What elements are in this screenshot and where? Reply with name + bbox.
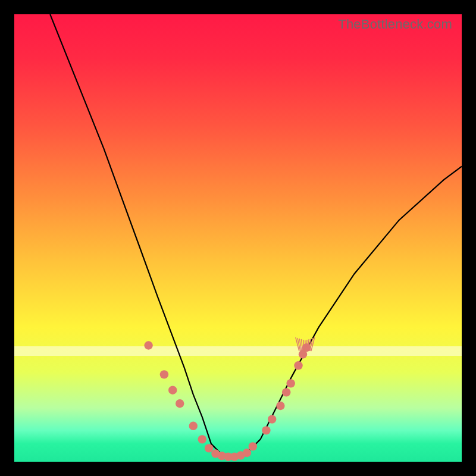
marker-dot	[160, 370, 168, 378]
marker-dot	[198, 435, 206, 443]
bottleneck-curve	[50, 14, 462, 458]
plot-area: TheBottleneck.com	[14, 14, 462, 462]
marker-dots	[144, 341, 311, 461]
chart-frame: TheBottleneck.com	[0, 0, 476, 476]
chart-canvas	[14, 14, 462, 462]
watermark-text: TheBottleneck.com	[338, 17, 452, 32]
marker-dot	[249, 442, 257, 450]
marker-dot	[243, 449, 251, 457]
marker-dot	[176, 399, 184, 408]
marker-dot	[189, 422, 198, 430]
marker-dot	[287, 379, 295, 387]
marker-dot	[282, 388, 290, 396]
marker-dot	[168, 386, 177, 394]
marker-dot	[144, 341, 152, 349]
marker-dot	[205, 444, 213, 452]
marker-dot	[268, 415, 276, 423]
marker-dot	[276, 402, 284, 410]
marker-dot	[294, 361, 302, 369]
marker-dot	[262, 426, 270, 434]
